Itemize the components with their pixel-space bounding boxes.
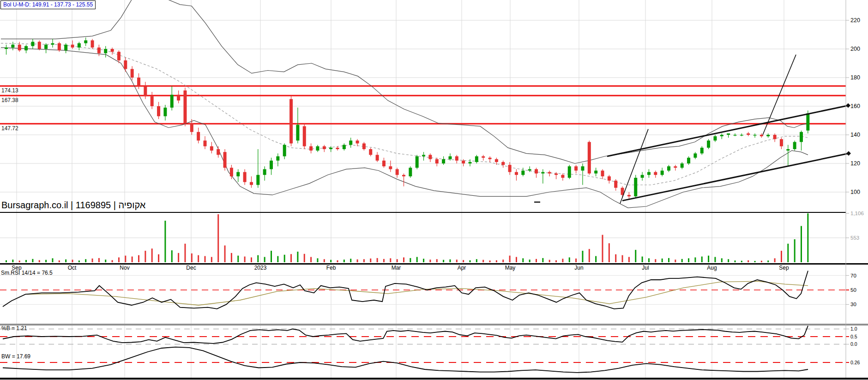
rsi-tick-label: 50 (850, 287, 856, 293)
price-chart-area[interactable] (0, 0, 846, 211)
volume-axis-separator (0, 263, 868, 265)
month-label: 2023 (254, 265, 267, 271)
month-label: Jun (574, 265, 583, 271)
price-tick-label: 220 (850, 17, 860, 24)
price-tick-label: 200 (850, 46, 860, 52)
month-label: Dec (186, 265, 196, 271)
price-tick-label: 180 (850, 74, 860, 81)
month-label: Oct (68, 265, 77, 271)
percentb-bw-panel[interactable] (0, 326, 846, 378)
month-label: Feb (326, 265, 336, 271)
month-label: Jul (642, 265, 649, 271)
bottom-border (0, 378, 868, 380)
pb-tick-label: 0.0 (850, 341, 857, 347)
month-label: Apr (458, 265, 466, 271)
rsi-indicator-label: Sm.RSI 14/14 = 76.5 (1, 270, 53, 276)
channel-diamond-marker (846, 151, 851, 156)
pb-tick-label: 1.0 (850, 326, 857, 332)
price-tick-label: 100 (850, 189, 860, 195)
rsi-panel[interactable] (0, 271, 846, 323)
month-label: Sep (779, 265, 789, 271)
rsi-tick-label: 30 (850, 302, 856, 307)
bollinger-values-label: Bol U-M-D: 149.91 - 137.73 - 125.55 (0, 0, 96, 9)
month-label: Mar (392, 265, 401, 271)
month-label: Nov (120, 265, 129, 271)
pb-tick-label: 0.5 (850, 334, 857, 339)
volume-tick-label: 1,106 (850, 211, 864, 216)
volume-panel[interactable] (0, 213, 846, 262)
bw-tick-label: 0.26 (850, 360, 860, 365)
rsi-indicator-separator (0, 324, 868, 326)
percent-b-label: %B = 1.21 (1, 325, 27, 332)
price-tick-label: 160 (850, 103, 860, 109)
month-label: May (505, 265, 516, 271)
price-volume-separator (0, 212, 846, 213)
chart-window: SepOctNovDec2023FebMarAprMayJunJulAugSep… (0, 0, 868, 380)
month-label: Aug (707, 265, 717, 271)
volume-tick-label: 553 (850, 235, 859, 241)
price-tick-label: 120 (850, 160, 860, 167)
rsi-tick-label: 70 (850, 273, 856, 278)
watermark-title: Bursagraph.co.il | 1169895 | אקופיה (1, 200, 145, 211)
bandwidth-label: BW = 17.69 (1, 353, 30, 360)
channel-diamond-marker (846, 103, 850, 108)
price-tick-label: 140 (850, 132, 860, 138)
